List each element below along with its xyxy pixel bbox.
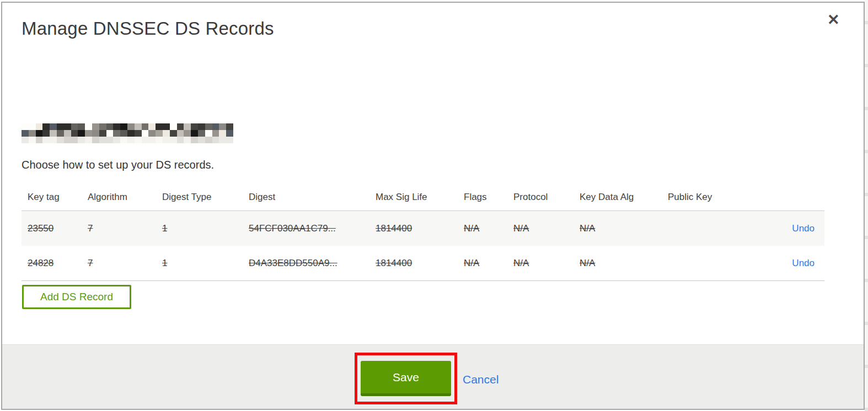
redaction-pixel	[71, 130, 78, 137]
redaction-pixel	[29, 123, 36, 130]
cell-digest: 54FCF030AA1C79...	[249, 223, 376, 234]
header-algorithm: Algorithm	[88, 192, 162, 203]
close-icon[interactable]: ✕	[827, 13, 840, 28]
redaction-pixel	[148, 123, 156, 130]
save-highlight-annotation: Save	[355, 353, 457, 404]
redaction-pixel	[184, 130, 191, 137]
redaction-pixel	[22, 137, 29, 143]
redaction-pixel	[148, 137, 156, 143]
redaction-pixel	[170, 123, 177, 130]
redaction-pixel	[135, 137, 142, 143]
header-protocol: Protocol	[513, 192, 580, 203]
redaction-pixel	[226, 137, 233, 143]
add-ds-record-button[interactable]: Add DS Record	[22, 285, 131, 309]
redaction-pixel	[78, 123, 85, 130]
redaction-pixel	[78, 137, 85, 143]
cell-algorithm: 7	[88, 223, 162, 234]
redaction-pixel	[156, 137, 163, 143]
redaction-pixel	[205, 137, 212, 143]
header-digest: Digest	[249, 192, 376, 203]
redaction-pixel	[212, 123, 219, 130]
cell-digest-type: 1	[162, 223, 249, 234]
redaction-pixel	[219, 130, 226, 137]
header-digest-type: Digest Type	[162, 192, 249, 203]
redaction-pixel	[205, 123, 212, 130]
redaction-pixel	[57, 130, 64, 137]
cell-key-tag: 23550	[22, 223, 88, 234]
redaction-pixel	[106, 137, 114, 143]
redaction-pixel	[64, 123, 71, 130]
redaction-pixel	[142, 123, 149, 130]
redaction-pixel	[64, 130, 71, 137]
redaction-pixel	[212, 137, 219, 143]
redaction-pixel	[57, 137, 64, 143]
cell-key-tag: 24828	[22, 258, 88, 269]
redaction-pixel	[184, 123, 191, 130]
redaction-pixel	[22, 130, 29, 137]
redaction-pixel	[85, 137, 92, 143]
redaction-pixel	[156, 123, 163, 130]
redaction-pixel	[198, 123, 205, 130]
redaction-pixel	[226, 123, 233, 130]
redaction-pixel	[78, 130, 85, 137]
table-header-row: Key tag Algorithm Digest Type Digest Max…	[22, 183, 824, 210]
redaction-pixel	[226, 130, 233, 137]
redaction-pixel	[127, 137, 135, 143]
redaction-pixel	[85, 123, 92, 130]
header-key-data-alg: Key Data Alg	[580, 192, 668, 203]
redaction-pixel	[191, 123, 198, 130]
redaction-pixel	[177, 137, 184, 143]
redaction-pixel	[29, 137, 36, 143]
cell-algorithm: 7	[88, 258, 162, 269]
cancel-link[interactable]: Cancel	[463, 373, 499, 386]
save-button[interactable]: Save	[361, 361, 451, 396]
redaction-pixel	[50, 137, 57, 143]
redaction-pixel	[148, 130, 156, 137]
redaction-pixel	[85, 130, 92, 137]
redaction-pixel	[99, 130, 106, 137]
intro-text: Choose how to set up your DS records.	[22, 159, 214, 171]
table-row: 23550 7 1 54FCF030AA1C79... 1814400 N/A …	[22, 210, 824, 246]
redaction-pixel	[205, 130, 212, 137]
redaction-pixel	[198, 130, 205, 137]
redaction-pixel	[135, 123, 142, 130]
redaction-pixel	[177, 130, 184, 137]
redaction-pixel	[120, 130, 127, 137]
redaction-pixel	[127, 130, 135, 137]
redaction-pixel	[135, 130, 142, 137]
header-max-sig-life: Max Sig Life	[376, 192, 464, 203]
redaction-pixel	[36, 137, 43, 143]
redaction-pixel	[99, 123, 106, 130]
header-flags: Flags	[464, 192, 513, 203]
redaction-pixel	[156, 130, 163, 137]
cell-digest-type: 1	[162, 258, 249, 269]
undo-link[interactable]: Undo	[792, 223, 815, 234]
header-public-key: Public Key	[668, 192, 753, 203]
ds-records-table: Key tag Algorithm Digest Type Digest Max…	[22, 183, 824, 281]
header-key-tag: Key tag	[22, 192, 88, 203]
redaction-pixel	[36, 130, 43, 137]
redaction-pixel	[163, 130, 170, 137]
redaction-pixel	[219, 123, 226, 130]
redaction-pixel	[50, 123, 57, 130]
redaction-pixel	[106, 123, 114, 130]
undo-link[interactable]: Undo	[792, 258, 815, 268]
redaction-pixel	[42, 123, 50, 130]
redaction-pixel	[120, 123, 127, 130]
redaction-pixel	[219, 137, 226, 143]
redaction-pixel	[92, 123, 99, 130]
redaction-pixel	[170, 130, 177, 137]
cell-key-data-alg: N/A	[580, 258, 668, 269]
redaction-pixel	[99, 137, 106, 143]
cell-flags: N/A	[464, 258, 513, 269]
redaction-pixel	[142, 130, 149, 137]
page-title: Manage DNSSEC DS Records	[22, 18, 274, 39]
redaction-pixel	[184, 137, 191, 143]
cell-flags: N/A	[464, 223, 513, 234]
cell-protocol: N/A	[513, 223, 580, 234]
redaction-pixel	[177, 123, 184, 130]
redaction-pixel	[92, 130, 99, 137]
redaction-pixel	[170, 137, 177, 143]
redaction-pixel	[142, 137, 149, 143]
background-page-sliver	[865, 0, 868, 411]
